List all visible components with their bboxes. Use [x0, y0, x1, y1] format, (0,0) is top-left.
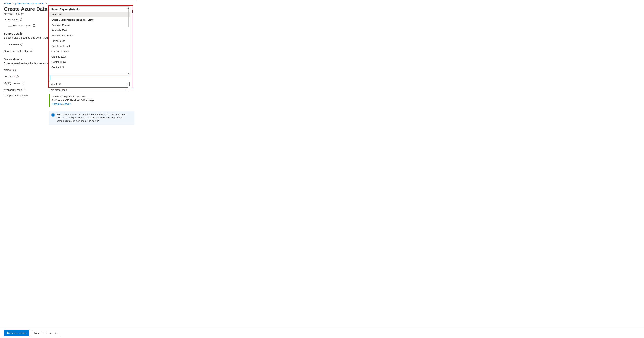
source-server-label: Source server: [4, 43, 20, 46]
tree-line: [8, 22, 12, 27]
required-asterisk: *: [12, 69, 12, 71]
availability-zone-label: Availability zone: [4, 88, 22, 91]
info-banner: i Geo-redundancy is not enabled by defau…: [49, 111, 134, 125]
dropdown-group-paired: Paired Region (Default): [50, 7, 130, 12]
dropdown-group-other: Other Supported Regions (preview): [50, 17, 130, 23]
required-asterisk: *: [14, 75, 15, 78]
compute-storage-label: Compute + storage: [4, 94, 26, 97]
dropdown-item-paired[interactable]: West US: [50, 12, 130, 17]
chevron-right-icon: >: [45, 2, 47, 5]
dropdown-item[interactable]: Central US: [50, 65, 130, 70]
info-icon: i: [52, 113, 54, 116]
breadcrumb-server[interactable]: publicaccessnonhaserver: [15, 2, 44, 5]
info-banner-text: Geo-redundancy is not enabled by default…: [56, 113, 132, 123]
info-icon[interactable]: i: [26, 94, 29, 97]
compute-tier: General Purpose, D2ads_v5: [52, 95, 126, 99]
info-icon[interactable]: i: [22, 82, 24, 85]
dropdown-item[interactable]: Australia Southeast: [50, 33, 130, 38]
breadcrumb: Home > publicaccessnonhaserver >: [4, 2, 640, 5]
info-icon[interactable]: i: [16, 75, 18, 78]
info-icon[interactable]: i: [33, 24, 35, 27]
next-networking-button[interactable]: Next : Networking >: [31, 330, 60, 336]
dropdown-item[interactable]: Brazil South: [50, 38, 130, 44]
availability-zone-select[interactable]: No preference ▾: [49, 87, 128, 92]
info-icon[interactable]: i: [13, 69, 16, 71]
dropdown-item[interactable]: Central India: [50, 59, 130, 65]
page-title-tail: r: [132, 8, 134, 14]
dropdown-item[interactable]: Canada East: [50, 54, 130, 59]
chevron-down-icon: ▾: [127, 83, 128, 85]
review-create-button[interactable]: Review + create: [4, 330, 29, 336]
info-icon[interactable]: i: [30, 50, 33, 52]
name-label: Name: [4, 69, 11, 71]
chevron-down-icon: ▾: [125, 89, 126, 91]
compute-summary: General Purpose, D2ads_v5 2 vCores, 8 Gi…: [49, 94, 128, 107]
mysql-version-label: MySQL version: [4, 82, 21, 85]
wizard-footer: Review + create Next : Networking >: [0, 328, 644, 338]
resource-group-label: Resource group: [13, 24, 31, 27]
location-search-input[interactable]: [50, 76, 128, 80]
dropdown-item[interactable]: Australia East: [50, 28, 130, 33]
info-icon[interactable]: i: [20, 43, 23, 46]
compute-spec: 2 vCores, 8 GiB RAM, 64 GiB storage: [52, 99, 126, 102]
scroll-down-icon[interactable]: [128, 73, 129, 74]
scroll-up-icon[interactable]: [128, 8, 129, 9]
info-icon[interactable]: i: [23, 89, 25, 91]
location-label: Location: [4, 75, 14, 78]
dropdown-item[interactable]: Brazil Southeast: [50, 44, 130, 49]
configure-server-link[interactable]: Configure server: [52, 102, 70, 105]
geo-restore-label: Geo-redundant restore: [4, 50, 30, 53]
location-dropdown[interactable]: Paired Region (Default) West US Other Su…: [49, 7, 130, 75]
subscription-label: Subscription: [5, 18, 19, 21]
location-value: West US: [51, 83, 61, 85]
location-select[interactable]: West US ▾: [49, 82, 130, 86]
breadcrumb-home[interactable]: Home: [4, 2, 11, 5]
availability-zone-value: No preference: [51, 88, 67, 91]
top-rule: [0, 0, 136, 1]
scroll-thumb[interactable]: [128, 9, 129, 27]
info-icon[interactable]: i: [20, 18, 22, 21]
scrollbar[interactable]: [128, 8, 129, 74]
chevron-right-icon: >: [12, 2, 14, 5]
dropdown-item[interactable]: Canada Central: [50, 49, 130, 54]
dropdown-item[interactable]: Australia Central: [50, 23, 130, 28]
